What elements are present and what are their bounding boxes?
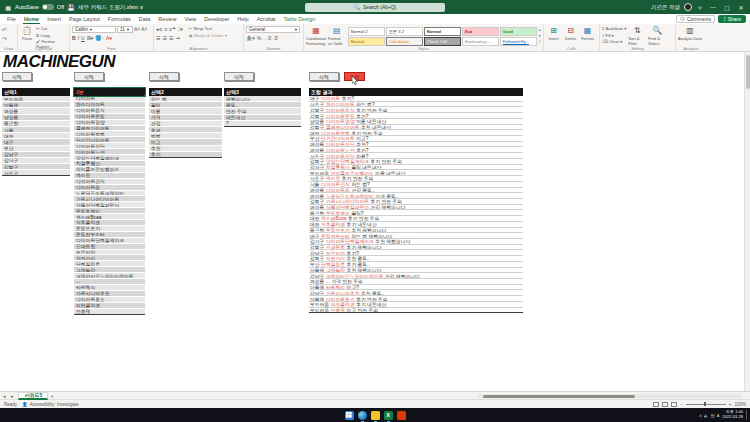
excel-icon[interactable]: X	[384, 411, 393, 420]
keyword-cell[interactable]: 후기	[149, 152, 222, 158]
menu-tab-acrobat[interactable]: Acrobat	[253, 14, 280, 24]
align-top-icon[interactable]: 🞃≡	[156, 26, 162, 33]
browser-icon[interactable]	[358, 411, 367, 420]
sheet-nav-arrows[interactable]: ◂ ▸	[0, 393, 18, 399]
fill-button[interactable]: ⤵ Fill ▾	[602, 33, 626, 38]
worksheet-area[interactable]: MACHINEGUN 삭제선택1부드러움더올해여성용남성용뭉근한서울대전대구부산…	[0, 52, 750, 392]
screen-recorder-icon[interactable]	[397, 411, 406, 420]
orientation-icon[interactable]: ⤵▾	[178, 26, 183, 33]
indent-icon[interactable]: ⇥	[175, 35, 179, 41]
zoom-in-button[interactable]: +	[729, 402, 732, 407]
autosave-toggle[interactable]	[42, 4, 54, 10]
menu-tab-review[interactable]: Review	[154, 14, 180, 24]
accounting-format-icon[interactable]: 🏦▾	[246, 35, 255, 41]
cell-style-good[interactable]: Good	[500, 27, 537, 36]
menu-tab-home[interactable]: Home	[20, 14, 43, 24]
system-tray[interactable]: ∧🔈한A 오후 1:40 2022-03-28	[699, 408, 748, 422]
insert-cells-button[interactable]: ⊞ Insert	[546, 26, 561, 41]
zoom-slider[interactable]	[686, 404, 726, 405]
menu-tab-data[interactable]: Data	[135, 14, 155, 24]
delete-cells-button[interactable]: ⊟ Delete	[563, 26, 578, 41]
delete-button-col4[interactable]: 삭제	[224, 72, 254, 81]
menu-tab-developer[interactable]: Developer	[200, 14, 233, 24]
conditional-formatting-button[interactable]: ▦ Conditional Formatting	[306, 26, 326, 46]
fill-color-icon[interactable]: 🪣▾	[95, 35, 104, 41]
wrap-text-button[interactable]: ↩ Wrap Text	[189, 26, 227, 31]
bold-button[interactable]: B	[72, 35, 76, 41]
file-explorer-icon[interactable]	[371, 411, 380, 420]
maximize-button[interactable]: ▢	[722, 4, 732, 11]
find-select-button[interactable]: 🔍 Find & Select	[648, 26, 666, 46]
zoom-slider-knob[interactable]	[704, 402, 707, 406]
tray-icon[interactable]: A	[717, 413, 720, 418]
save-icon[interactable]: 💾	[67, 3, 75, 11]
align-bottom-icon[interactable]: ≡🞁	[169, 26, 175, 33]
cell-style-표준-3-2[interactable]: 표준 3 2	[386, 27, 423, 36]
format-cells-button[interactable]: ▦ Format	[580, 26, 595, 41]
menu-tab-file[interactable]: File	[3, 14, 20, 24]
menu-tab-help[interactable]: Help	[233, 14, 252, 24]
analyze-data-button[interactable]: ▥ Analyze Data	[678, 26, 702, 41]
ribbon-options-icon[interactable]: ✧	[696, 3, 704, 11]
search-box[interactable]: 🔍 Search (Alt+Q)	[305, 3, 445, 12]
increase-decimal-icon[interactable]: .0⃗	[267, 35, 272, 41]
undo-icon[interactable]: ↶	[2, 26, 7, 33]
sort-filter-button[interactable]: ⇅ Sort & Filter	[628, 26, 646, 46]
column-header-cell-3[interactable]: 선택2	[149, 88, 222, 96]
results-delete-button[interactable]: 삭제	[309, 72, 339, 81]
keyword-cell[interactable]: 보충제	[74, 309, 145, 315]
menu-tab-formulas[interactable]: Formulas	[104, 14, 135, 24]
user-name[interactable]: 기간은 학생	[651, 4, 680, 11]
autosum-button[interactable]: Σ AutoSum ▾	[602, 26, 626, 31]
keyword-cell[interactable]: ?	[224, 121, 301, 127]
font-size-select[interactable]: 11 ▾	[117, 26, 133, 33]
vertical-scrollbar[interactable]	[744, 52, 750, 391]
keyword-cell[interactable]: 서초구	[2, 170, 70, 176]
accessibility-checker[interactable]: 👤 Accessibility: Investigate	[22, 402, 78, 407]
underline-button[interactable]: U	[81, 35, 85, 41]
close-button[interactable]: ✕	[736, 4, 746, 11]
align-left-icon[interactable]: ☰	[156, 35, 160, 41]
column-header-cell-2[interactable]: 2분	[74, 88, 145, 96]
align-center-icon[interactable]: ☰	[162, 35, 166, 41]
comments-button[interactable]: 🗨 Comments	[676, 15, 715, 23]
tray-icon[interactable]: 한	[711, 413, 715, 418]
redo-icon[interactable]: ↷	[2, 35, 7, 42]
align-middle-icon[interactable]: ≡	[164, 26, 167, 33]
italic-button[interactable]: I	[78, 35, 79, 41]
comma-icon[interactable]: ,	[263, 35, 264, 41]
normal-view-icon[interactable]	[653, 402, 659, 407]
delete-button-col3[interactable]: 삭제	[149, 72, 179, 81]
merge-center-button[interactable]: ▣ Merge & Center ▾	[189, 33, 227, 38]
cell-style-normal[interactable]: Normal	[424, 27, 461, 36]
paste-button[interactable]: 📋 Paste	[20, 26, 34, 41]
format-as-table-button[interactable]: ▤ Format as Table	[328, 26, 346, 46]
minimize-button[interactable]: —	[708, 4, 718, 10]
grow-font-icon[interactable]: A˄	[134, 26, 140, 33]
menu-tab-page-layout[interactable]: Page Layout	[65, 14, 104, 24]
cell-style-bad[interactable]: Bad	[462, 27, 499, 36]
vertical-scrollbar-thumb[interactable]	[746, 55, 750, 89]
results-header-cell[interactable]: 조합 결과	[309, 88, 523, 96]
page-layout-view-icon[interactable]	[662, 402, 668, 407]
borders-icon[interactable]: ⊞▾	[87, 35, 94, 41]
clear-button[interactable]: ⌫ Clear ▾	[602, 39, 626, 44]
column-header-cell-1[interactable]: 선택1	[2, 88, 70, 96]
share-button[interactable]: ⤴ Share	[718, 15, 746, 23]
menu-tab-table-design[interactable]: Table Design	[280, 14, 320, 24]
windows-start-icon[interactable]	[345, 411, 354, 420]
horizontal-scrollbar-thumb[interactable]	[483, 395, 635, 398]
shrink-font-icon[interactable]: A˅	[141, 26, 147, 33]
align-right-icon[interactable]: ☰	[169, 35, 173, 41]
avatar[interactable]	[684, 3, 692, 11]
page-break-view-icon[interactable]	[671, 402, 677, 407]
result-row[interactable]: 부드러움보충제비교 반전 주의	[309, 308, 523, 314]
tray-icon[interactable]: ∧	[699, 413, 702, 418]
font-color-icon[interactable]: A▾	[106, 35, 112, 41]
copy-button[interactable]: ⧉ Copy	[36, 33, 67, 38]
font-name-select[interactable]: Calibri ▾	[72, 26, 116, 33]
zoom-out-button[interactable]: −	[680, 402, 683, 407]
decrease-decimal-icon[interactable]: .0⃖	[273, 35, 278, 41]
menu-tab-insert[interactable]: Insert	[43, 14, 65, 24]
delete-button-col2[interactable]: 삭제	[74, 72, 104, 81]
